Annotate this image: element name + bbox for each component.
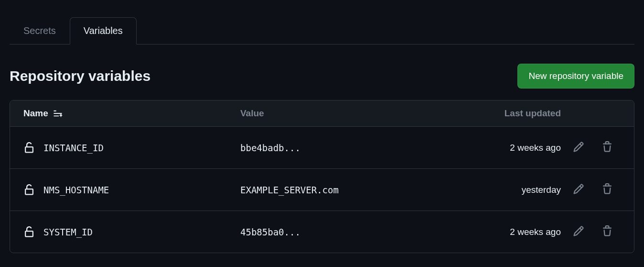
tab-secrets[interactable]: Secrets <box>10 17 70 44</box>
variable-value: 45b85ba0... <box>240 227 481 237</box>
delete-button[interactable] <box>600 139 615 156</box>
delete-button[interactable] <box>600 181 615 198</box>
table-row: INSTANCE_ID bbe4badb... 2 weeks ago <box>10 127 634 169</box>
column-header-name[interactable]: Name <box>23 108 48 119</box>
variable-name: SYSTEM_ID <box>43 227 93 237</box>
variable-name: INSTANCE_ID <box>43 143 104 153</box>
variables-table: Name Value Last updated INSTANCE_ID bbe4… <box>10 100 634 253</box>
page-title: Repository variables <box>10 68 150 84</box>
variable-name: NMS_HOSTNAME <box>43 185 109 195</box>
variable-updated: 2 weeks ago <box>481 227 561 237</box>
edit-button[interactable] <box>571 139 586 156</box>
trash-icon <box>601 141 613 154</box>
trash-icon <box>601 225 613 238</box>
new-repository-variable-button[interactable]: New repository variable <box>517 64 634 89</box>
variable-value: bbe4badb... <box>240 143 481 153</box>
table-row: NMS_HOSTNAME EXAMPLE_SERVER.com yesterda… <box>10 169 634 211</box>
unlock-icon <box>23 142 35 154</box>
sort-ascending-icon[interactable] <box>53 109 63 118</box>
unlock-icon <box>23 184 35 196</box>
table-row: SYSTEM_ID 45b85ba0... 2 weeks ago <box>10 211 634 253</box>
trash-icon <box>601 183 613 196</box>
pencil-icon <box>573 225 584 238</box>
tab-variables[interactable]: Variables <box>70 17 137 44</box>
column-header-value: Value <box>240 108 264 118</box>
unlock-icon <box>23 226 35 238</box>
variable-updated: 2 weeks ago <box>481 143 561 153</box>
edit-button[interactable] <box>571 223 586 240</box>
variable-value: EXAMPLE_SERVER.com <box>240 185 481 195</box>
header-row: Repository variables New repository vari… <box>10 64 634 89</box>
edit-button[interactable] <box>571 181 586 198</box>
pencil-icon <box>573 141 584 154</box>
tabs-container: Secrets Variables <box>10 17 634 44</box>
pencil-icon <box>573 183 584 196</box>
table-header: Name Value Last updated <box>10 100 634 127</box>
column-header-updated: Last updated <box>504 108 561 118</box>
variable-updated: yesterday <box>481 185 561 195</box>
delete-button[interactable] <box>600 223 615 240</box>
